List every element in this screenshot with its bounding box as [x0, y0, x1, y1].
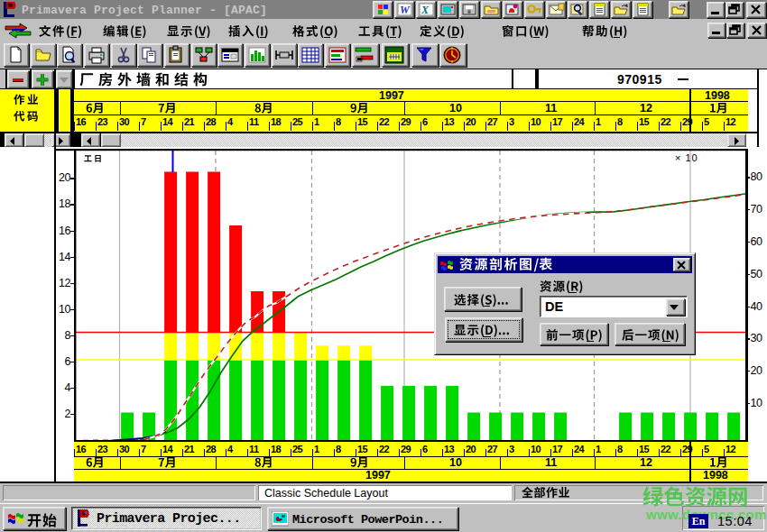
svg-text:W: W — [400, 4, 411, 16]
svg-text:X: X — [420, 4, 430, 16]
